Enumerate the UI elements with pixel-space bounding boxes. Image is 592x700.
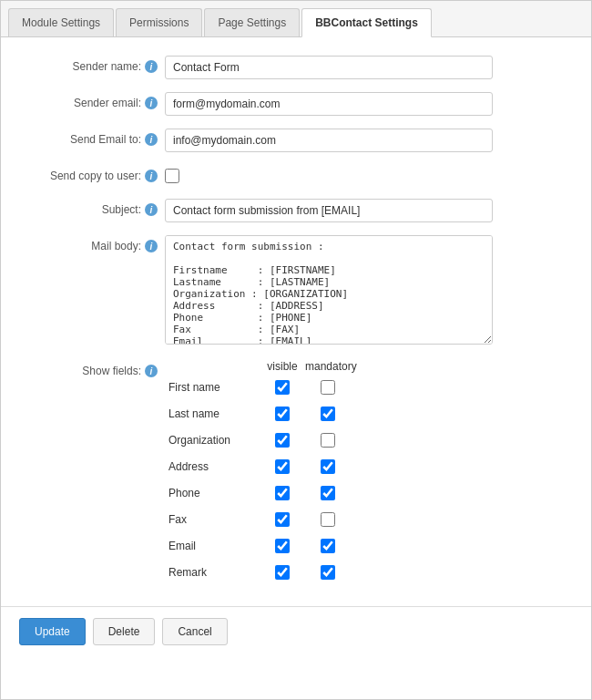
subject-input[interactable] [165,199,493,222]
field-mandatory-email [305,535,351,556]
field-row-firstname: First name [165,376,573,397]
field-mandatory-firstname [305,376,351,397]
fields-table-header: visible mandatory [165,360,573,373]
sender-name-info-icon[interactable]: i [145,60,158,73]
field-row-fax: Fax [165,509,573,530]
sender-email-input[interactable] [165,92,493,116]
cancel-button[interactable]: Cancel [162,618,227,645]
field-name-fax: Fax [168,513,260,526]
field-visible-address [260,456,305,477]
fax-visible-checkbox[interactable] [275,512,290,527]
tab-content: Sender name: i Sender email: i Send Emai… [1,37,591,606]
lastname-mandatory-checkbox[interactable] [321,407,335,421]
mail-body-textarea[interactable] [165,235,493,345]
sender-email-info-icon[interactable]: i [145,97,158,109]
send-email-to-row: Send Email to: i [19,129,573,152]
field-name-address: Address [168,460,260,473]
field-row-remark: Remark [165,561,573,582]
show-fields-info-icon[interactable]: i [145,365,158,377]
field-visible-organization [260,429,305,450]
field-visible-phone [260,482,305,503]
email-mandatory-checkbox[interactable] [321,539,335,553]
sender-email-row: Sender email: i [19,92,573,116]
page-wrapper: Module Settings Permissions Page Setting… [0,0,592,700]
send-copy-control [165,165,493,186]
tab-page-settings[interactable]: Page Settings [204,8,300,36]
organization-visible-checkbox[interactable] [275,433,290,448]
mail-body-info-icon[interactable]: i [145,240,158,252]
address-mandatory-checkbox[interactable] [321,459,335,474]
field-visible-firstname [260,376,305,397]
send-email-to-info-icon[interactable]: i [145,133,158,146]
field-visible-fax [260,509,305,530]
tab-module-settings[interactable]: Module Settings [8,8,114,36]
field-name-remark: Remark [168,566,260,579]
field-visible-lastname [260,403,305,424]
send-copy-info-icon[interactable]: i [145,170,158,182]
subject-label: Subject: i [19,199,165,216]
firstname-visible-checkbox[interactable] [275,380,290,395]
button-bar: Update Delete Cancel [1,606,591,656]
mandatory-header: mandatory [305,360,351,373]
send-copy-checkbox[interactable] [165,169,179,183]
field-name-organization: Organization [168,434,260,447]
field-mandatory-organization [305,429,351,450]
send-copy-label: Send copy to user: i [19,165,165,182]
subject-row: Subject: i [19,199,573,222]
tab-bbcontact-settings[interactable]: BBContact Settings [301,8,432,37]
address-visible-checkbox[interactable] [275,459,290,474]
field-row-address: Address [165,456,573,477]
firstname-mandatory-checkbox[interactable] [321,380,335,395]
send-email-to-label: Send Email to: i [19,129,165,146]
send-email-to-input[interactable] [165,129,493,152]
show-fields-label: Show fields: i [19,360,165,377]
mail-body-label: Mail body: i [19,235,165,252]
subject-info-icon[interactable]: i [145,203,158,216]
field-row-email: Email [165,535,573,556]
field-row-organization: Organization [165,429,573,450]
field-mandatory-remark [305,561,351,582]
field-row-phone: Phone [165,482,573,503]
delete-button[interactable]: Delete [93,618,156,645]
show-fields-section: Show fields: i visible mandatory First n… [19,360,573,588]
update-button[interactable]: Update [19,618,86,645]
tabs-bar: Module Settings Permissions Page Setting… [1,1,591,37]
visible-header: visible [260,360,305,373]
field-visible-email [260,535,305,556]
mail-body-control [165,235,493,347]
lastname-visible-checkbox[interactable] [275,407,290,421]
field-name-phone: Phone [168,487,260,499]
sender-name-label: Sender name: i [19,56,165,73]
send-email-to-control [165,129,493,152]
fax-mandatory-checkbox[interactable] [321,512,335,527]
subject-control [165,199,493,222]
field-name-firstname: First name [168,381,260,394]
field-mandatory-fax [305,509,351,530]
organization-mandatory-checkbox[interactable] [321,433,335,448]
sender-name-control [165,56,493,79]
fields-table: visible mandatory First name Last name [165,360,573,588]
field-name-email: Email [168,540,260,552]
field-visible-remark [260,561,305,582]
sender-email-label: Sender email: i [19,92,165,109]
tab-permissions[interactable]: Permissions [116,8,202,36]
field-mandatory-address [305,456,351,477]
field-mandatory-lastname [305,403,351,424]
mail-body-row: Mail body: i [19,235,573,347]
field-row-lastname: Last name [165,403,573,424]
email-visible-checkbox[interactable] [275,539,290,553]
field-mandatory-phone [305,482,351,503]
phone-mandatory-checkbox[interactable] [321,486,335,500]
sender-email-control [165,92,493,116]
phone-visible-checkbox[interactable] [275,486,290,500]
sender-name-input[interactable] [165,56,493,79]
remark-visible-checkbox[interactable] [275,565,290,580]
sender-name-row: Sender name: i [19,56,573,79]
send-copy-row: Send copy to user: i [19,165,573,186]
remark-mandatory-checkbox[interactable] [321,565,335,580]
field-name-lastname: Last name [168,407,260,420]
